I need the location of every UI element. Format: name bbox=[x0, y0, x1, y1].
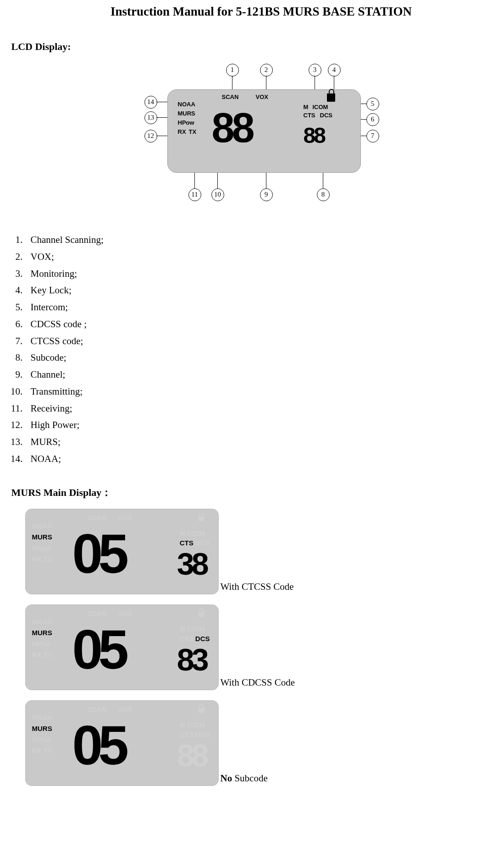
callout-4: 4 bbox=[328, 64, 341, 77]
mini-big-digits: 05 bbox=[72, 714, 124, 777]
list-item: MURS; bbox=[25, 434, 470, 450]
callout-10: 10 bbox=[211, 188, 224, 201]
caption-nosub: No Subcode bbox=[221, 773, 268, 786]
legend-list: Channel Scanning; VOX; Monitoring; Key L… bbox=[11, 231, 470, 467]
mini-lcd-cdcss: SCANVOX NOAA MURS HPow RX TX M ICOM CTS … bbox=[25, 604, 219, 690]
mini-small-digits: 83 bbox=[177, 642, 206, 677]
list-item: CTCSS code; bbox=[25, 333, 470, 350]
callout-1: 1 bbox=[226, 64, 239, 77]
callout-9: 9 bbox=[260, 188, 273, 201]
callout-11: 11 bbox=[188, 188, 201, 201]
list-item: Receiving; bbox=[25, 400, 470, 417]
list-item: Monitoring; bbox=[25, 265, 470, 282]
faded-micom: M ICOM bbox=[180, 528, 210, 538]
faded-micom: M ICOM bbox=[180, 720, 210, 730]
lcd-m: M bbox=[304, 104, 309, 110]
faded-rxtx: RX TX bbox=[32, 554, 52, 565]
list-item: CDCSS code ; bbox=[25, 316, 470, 333]
mini-lcd-nosub: SCANVOX NOAA MURS HPow RX TX M ICOM CTS … bbox=[25, 700, 219, 786]
callout-5: 5 bbox=[366, 98, 379, 110]
example-cdcss: SCANVOX NOAA MURS HPow RX TX M ICOM CTS … bbox=[25, 604, 470, 690]
callout-12: 12 bbox=[144, 130, 157, 143]
callout-3: 3 bbox=[309, 64, 321, 77]
list-item: Transmitting; bbox=[25, 383, 470, 400]
callout-6: 6 bbox=[366, 113, 379, 126]
faded-rxtx: RX TX bbox=[32, 649, 52, 660]
list-item: Key Lock; bbox=[25, 282, 470, 299]
caption-ctcss: With CTCSS Code bbox=[221, 581, 294, 594]
mini-lcd-ctcss: SCANVOX NOAA MURS HPow RX TX M ICOM CTS … bbox=[25, 509, 219, 594]
mini-small-digits-faded: 88 bbox=[177, 737, 206, 773]
list-item: VOX; bbox=[25, 248, 470, 265]
lock-icon bbox=[327, 93, 335, 102]
caption-no-rest: Subcode bbox=[232, 773, 268, 784]
list-item: Channel; bbox=[25, 366, 470, 383]
lcd-cts: CTS bbox=[304, 112, 315, 119]
faded-noaa: NOAA bbox=[32, 712, 52, 723]
lcd-tx: TX bbox=[189, 128, 197, 135]
lcd-dcs: DCS bbox=[320, 112, 332, 119]
section-lcd-display: LCD Display: bbox=[11, 41, 470, 53]
mini-murs: MURS bbox=[32, 532, 52, 543]
faded-rxtx: RX TX bbox=[32, 745, 52, 756]
lcd-screen: SCAN VOX M ICOM CTS DCS NOAA MURS HPow R… bbox=[167, 89, 361, 173]
callout-7: 7 bbox=[366, 130, 379, 143]
mini-murs: MURS bbox=[32, 627, 52, 638]
list-item: Intercom; bbox=[25, 299, 470, 316]
lcd-rx: RX bbox=[178, 128, 186, 135]
caption-no-bold: No bbox=[221, 773, 232, 784]
lock-icon bbox=[198, 515, 205, 521]
lcd-hpow: HPow bbox=[178, 119, 194, 126]
lcd-small-digits: 88 bbox=[304, 123, 324, 148]
faded-vox: VOX bbox=[118, 705, 133, 713]
faded-noaa: NOAA bbox=[32, 521, 52, 532]
lock-icon bbox=[198, 610, 205, 617]
list-item: Subcode; bbox=[25, 349, 470, 366]
faded-hpow: HPow bbox=[32, 638, 52, 649]
lcd-diagram: 1 2 3 4 14 13 12 5 6 7 11 10 bbox=[112, 62, 369, 213]
lcd-vox: VOX bbox=[256, 93, 268, 100]
lcd-murs: MURS bbox=[178, 110, 195, 117]
faded-vox: VOX bbox=[118, 610, 133, 617]
section-murs-display: MURS Main Display： bbox=[11, 486, 470, 500]
lcd-scan: SCAN bbox=[222, 93, 239, 100]
lcd-big-digits: 88 bbox=[212, 104, 252, 152]
example-ctcss: SCANVOX NOAA MURS HPow RX TX M ICOM CTS … bbox=[25, 509, 470, 594]
mini-murs: MURS bbox=[32, 723, 52, 734]
faded-scan: SCAN bbox=[88, 705, 107, 713]
faded-micom: M ICOM bbox=[180, 624, 210, 634]
faded-scan: SCAN bbox=[88, 610, 107, 617]
example-nosub: SCANVOX NOAA MURS HPow RX TX M ICOM CTS … bbox=[25, 700, 470, 786]
lock-icon bbox=[198, 706, 205, 713]
list-item: High Power; bbox=[25, 417, 470, 434]
faded-scan: SCAN bbox=[88, 514, 107, 522]
mini-big-digits: 05 bbox=[72, 522, 124, 585]
callout-2: 2 bbox=[260, 64, 273, 77]
callout-13: 13 bbox=[144, 111, 157, 124]
callout-8: 8 bbox=[317, 188, 330, 201]
list-item: Channel Scanning; bbox=[25, 231, 470, 248]
caption-cdcss: With CDCSS Code bbox=[221, 677, 295, 690]
faded-noaa: NOAA bbox=[32, 616, 52, 627]
lcd-icom: ICOM bbox=[313, 104, 328, 110]
mini-big-digits: 05 bbox=[72, 618, 124, 681]
faded-hpow: HPow bbox=[32, 734, 52, 745]
list-item: NOAA; bbox=[25, 450, 470, 467]
faded-vox: VOX bbox=[118, 514, 133, 522]
callout-14: 14 bbox=[144, 96, 157, 109]
faded-hpow: HPow bbox=[32, 543, 52, 554]
lcd-noaa: NOAA bbox=[178, 101, 195, 108]
page-title: Instruction Manual for 5-121BS MURS BASE… bbox=[53, 5, 470, 19]
mini-small-digits: 38 bbox=[177, 546, 206, 582]
